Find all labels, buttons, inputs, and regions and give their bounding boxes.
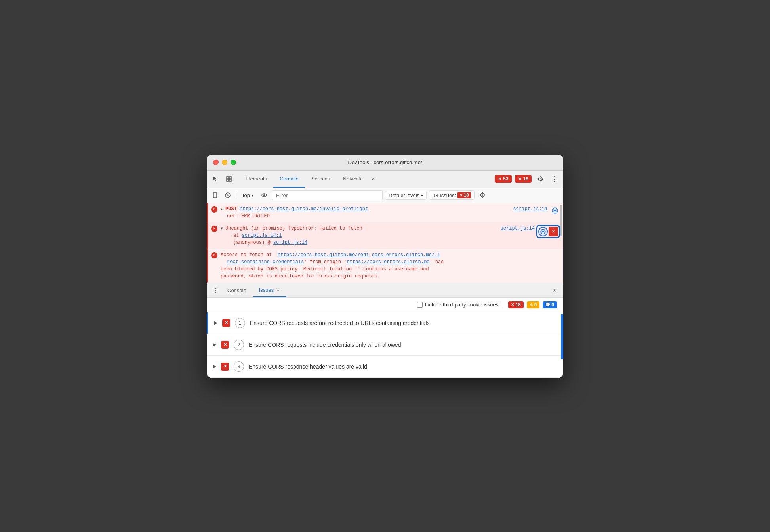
at-link[interactable]: script.js:14:1 [242,233,282,238]
scrollbar-track [560,203,562,283]
tab-right-controls: ✕ 53 ✕ 18 ⚙ ⋮ [495,173,560,184]
issue-badge-3: ✕ [221,363,229,370]
issue-arrow-1: ▶ [214,320,217,325]
tab-elements[interactable]: Elements [239,171,273,188]
traffic-lights [213,160,236,165]
window-title: DevTools - cors-errors.glitch.me/ [348,160,422,165]
issues-warning-badge: ⚠ 0 [527,301,540,308]
eye-button[interactable] [259,190,269,200]
filter-input[interactable] [272,190,383,200]
issue-num-3: 3 [234,361,244,372]
anon-link[interactable]: script.js:14 [273,240,307,245]
issues-count-badge[interactable]: 18 Issues: ✕ 18 [429,190,475,200]
log-entry-2: ✕ ▼ Uncaught (in promise) TypeError: Fai… [207,222,563,249]
post-method: POST [225,206,240,212]
log-row-2: ▼ Uncaught (in promise) TypeError: Faile… [221,225,560,246]
cors-origin[interactable]: https://cors-errors.glitch.me [347,259,429,265]
no-button[interactable] [223,190,233,200]
issue-item-2[interactable]: ▶ ✕ 2 Ensure CORS requests include crede… [207,334,563,356]
issue-arrow-3: ▶ [213,364,216,369]
issues-scrollbar-track [561,312,563,378]
titlebar: DevTools - cors-errors.glitch.me/ [207,155,563,171]
minimize-button[interactable] [222,160,227,165]
cors-text-line1: Access to fetch at ' [221,252,278,258]
cookie-checkbox-label[interactable]: Include third-party cookie issues [417,302,499,308]
issues-x-badge: ✕ 18 [457,192,471,198]
tabs-bar: Elements Console Sources Network » ✕ 53 … [207,171,563,188]
log-row-1: ▶ POST https://cors-host.glitch.me/inval… [221,205,560,220]
cors-url2[interactable]: cors-errors.glitch.me/:1 [372,252,440,258]
layers-icon[interactable] [223,173,234,184]
warning-count-badge[interactable]: ✕ 18 [515,175,532,183]
issues-toolbar: Include third-party cookie issues ✕ 18 ⚠… [207,298,563,312]
source-link-2[interactable]: script.js:14 [501,225,535,232]
toolbar-divider [236,191,236,199]
levels-chevron-icon: ▾ [421,193,423,198]
log-text-1: ▶ POST https://cors-host.glitch.me/inval… [221,205,507,220]
clear-console-button[interactable] [210,190,220,200]
error-text-1: net::ERR_FAILED [221,213,270,219]
chevron-down-icon: ▾ [252,193,253,198]
issues-info-badge: 💬 0 [543,301,557,308]
bottom-more-button[interactable]: ⋮ [210,285,221,296]
more-options-button[interactable]: ⋮ [549,173,560,184]
cors-text-line2: rect-containing-credentials' from origin… [221,259,444,265]
bottom-tabs-bar: ⋮ Console Issues × × [207,283,563,298]
devtools-window: DevTools - cors-errors.glitch.me/ Elemen… [207,155,563,378]
issues-tab-close[interactable]: × [276,286,280,293]
bottom-panel-close[interactable]: × [549,285,560,296]
maximize-button[interactable] [231,160,236,165]
issue-num-2: 2 [234,340,244,350]
tab-network[interactable]: Network [337,171,368,188]
issue-badge-2: ✕ [221,341,229,349]
default-levels-dropdown[interactable]: Default levels ▾ [385,191,427,200]
bottom-tab-issues[interactable]: Issues × [253,283,286,297]
context-dropdown[interactable]: top ▾ [240,191,257,200]
cookie-checkbox[interactable] [417,302,423,308]
warning-x-icon: ✕ [518,177,522,182]
log-source-area-2: script.js:14 ✕ [494,225,560,238]
scrollbar-thumb[interactable] [560,205,562,236]
issue-item-1[interactable]: ▶ ✕ 1 Ensure CORS requests are not redir… [207,312,563,334]
highlighted-actions: ✕ [536,225,560,238]
log-text-3: Access to fetch at 'https://cors-host.gl… [221,251,560,280]
expand-icon-1[interactable]: ▶ [221,207,225,211]
error-icon-1: ✕ [211,206,217,213]
issues-scrollbar-thumb[interactable] [561,314,563,360]
svg-rect-2 [227,179,229,181]
console-toolbar: top ▾ Default levels ▾ 18 Issues: ✕ 18 ⚙ [207,188,563,203]
source-link-1[interactable]: script.js:14 [513,205,547,213]
cursor-icon[interactable] [210,173,221,184]
tab-list: Elements Console Sources Network » [239,171,495,188]
cors-url1[interactable]: https://cors-host.glitch.me/redi [278,252,369,258]
svg-rect-1 [229,177,231,179]
cors-text-line4: password, which is disallowed for cross-… [221,274,380,279]
issue-item-3[interactable]: ▶ ✕ 3 Ensure CORS response header values… [207,356,563,378]
issues-toolbar-divider [503,301,503,309]
cors-text-line3: been blocked by CORS policy: Redirect lo… [221,266,429,272]
issues-badge-group: ✕ 18 ⚠ 0 💬 0 [508,301,557,308]
error-count-badge[interactable]: ✕ 53 [495,175,511,183]
settings-button[interactable]: ⚙ [535,173,546,184]
console-settings-button[interactable]: ⚙ [477,190,488,201]
at-line-text: at [221,233,242,238]
close-icon-2[interactable]: ✕ [549,227,558,236]
log-source-area-1: script.js:14 [507,205,560,216]
anchor-icon-1[interactable] [550,205,560,216]
cors-url3[interactable]: rect-containing-credentials [227,259,304,265]
issue-text-1: Ensure CORS requests are not redirected … [250,320,430,326]
close-button[interactable] [213,160,219,165]
post-url[interactable]: https://cors-host.glitch.me/invalid-pref… [240,206,368,212]
error-icon-3: ✕ [211,252,217,258]
anchor-icon-2[interactable] [538,227,548,236]
log-entry-1: ✕ ▶ POST https://cors-host.glitch.me/inv… [207,203,563,222]
error-x-icon: ✕ [498,177,501,182]
expand-icon-2[interactable]: ▼ [221,226,225,231]
more-tabs-button[interactable]: » [368,175,378,182]
bottom-tab-console[interactable]: Console [221,283,253,297]
anon-text: (anonymous) @ [221,240,273,245]
tab-console[interactable]: Console [273,171,305,188]
issues-list: ▶ ✕ 1 Ensure CORS requests are not redir… [207,312,563,378]
svg-rect-3 [229,179,231,181]
tab-sources[interactable]: Sources [305,171,337,188]
